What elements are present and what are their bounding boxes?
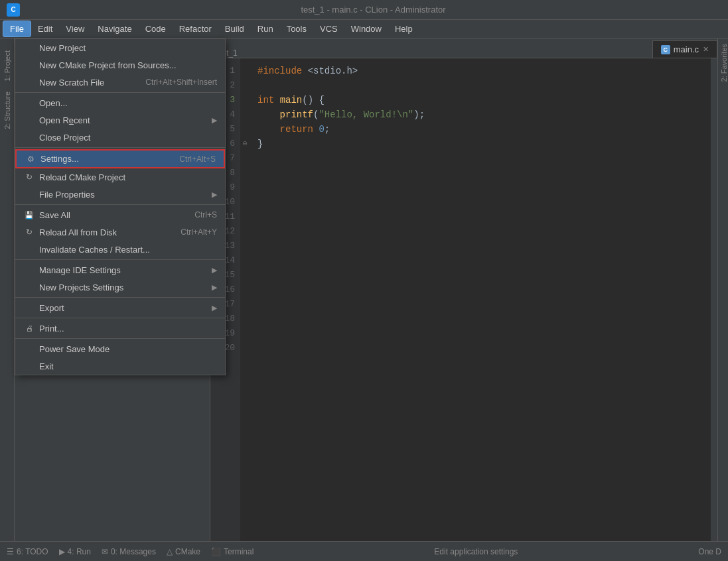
status-terminal[interactable]: ⬛ Terminal	[211, 547, 254, 556]
code-content[interactable]: #include <stdio.h> int main() { printf("…	[250, 58, 711, 541]
reload-all-shortcut: Ctrl+Alt+Y	[181, 227, 217, 237]
status-one-drive: One D	[698, 547, 721, 556]
messages-icon: ✉	[102, 547, 108, 556]
menu-item-exit[interactable]: Exit	[15, 357, 225, 375]
menu-window[interactable]: Window	[344, 21, 388, 36]
menu-item-close-project[interactable]: Close Project	[15, 129, 225, 146]
menu-navigate[interactable]: Navigate	[91, 21, 138, 36]
run-icon: ▶	[59, 547, 65, 556]
sidebar-tab-favorites[interactable]: 2: Favorites	[718, 38, 728, 87]
terminal-label: Terminal	[224, 547, 254, 556]
new-scratch-label: New Scratch File	[39, 78, 139, 88]
sidebar-tab-project[interactable]: 1: Project	[1, 45, 13, 86]
messages-label: 0: Messages	[111, 547, 156, 556]
editor-area: test_1 C main.c ✕ 1 2 ▶3 4 5 6 7 8	[210, 38, 717, 541]
status-run[interactable]: ▶ 4: Run	[59, 547, 91, 556]
status-todo[interactable]: ☰ 6: TODO	[7, 547, 48, 556]
settings-label: Settings...	[40, 154, 173, 164]
menu-build[interactable]: Build	[218, 21, 251, 36]
manage-ide-arrow: ▶	[212, 266, 217, 275]
separator-7	[15, 338, 225, 339]
menu-item-manage-ide[interactable]: Manage IDE Settings ▶	[15, 261, 225, 279]
menu-item-new-scratch[interactable]: New Scratch File Ctrl+Alt+Shift+Insert	[15, 74, 225, 91]
menu-item-export[interactable]: Export ▶	[15, 299, 225, 316]
separator-3	[15, 204, 225, 205]
todo-icon: ☰	[7, 547, 14, 556]
open-label: Open...	[39, 98, 217, 108]
open-recent-label: Open Recent	[39, 115, 208, 125]
menu-edit[interactable]: Edit	[31, 21, 59, 36]
menu-item-invalidate[interactable]: Invalidate Caches / Restart...	[15, 241, 225, 258]
menu-refactor[interactable]: Refactor	[173, 21, 218, 36]
separator-4	[15, 259, 225, 260]
menu-code[interactable]: Code	[139, 21, 173, 36]
menu-bar: File Edit View Navigate Code Refactor Bu…	[0, 20, 728, 38]
menu-item-save-all[interactable]: 💾 Save All Ctrl+S	[15, 206, 225, 223]
app-logo: C	[7, 3, 20, 17]
reload-all-icon: ↻	[23, 227, 35, 237]
cmake-label: CMake	[175, 547, 200, 556]
cmake-icon: △	[167, 547, 173, 556]
separator-5	[15, 297, 225, 298]
separator-6	[15, 318, 225, 318]
menu-item-settings[interactable]: ⚙ Settings... Ctrl+Alt+S	[15, 149, 225, 168]
tab-close-button[interactable]: ✕	[703, 45, 709, 54]
status-cmake[interactable]: △ CMake	[167, 547, 200, 556]
export-label: Export	[39, 303, 208, 313]
reload-cmake-label: Reload CMake Project	[39, 172, 217, 182]
window-title: test_1 - main.c - CLion - Administrator	[25, 5, 721, 15]
separator-2	[15, 147, 225, 148]
menu-file[interactable]: File	[3, 21, 31, 37]
editor-tabs: test_1 C main.c ✕	[210, 38, 717, 58]
todo-label: 6: TODO	[17, 547, 48, 556]
open-recent-arrow: ▶	[212, 116, 217, 125]
new-project-label: New Project	[39, 43, 217, 53]
menu-vcs[interactable]: VCS	[313, 21, 344, 36]
tab-filename: main.c	[674, 44, 699, 54]
editor-scrollbar[interactable]	[711, 58, 717, 541]
menu-item-power-save[interactable]: Power Save Mode	[15, 340, 225, 357]
save-all-icon: 💾	[23, 211, 35, 219]
save-all-label: Save All	[39, 210, 188, 220]
reload-all-label: Reload All from Disk	[39, 227, 174, 237]
left-sidebar: 1: Project 2: Structure	[0, 38, 15, 541]
settings-shortcut: Ctrl+Alt+S	[179, 155, 216, 164]
menu-item-new-projects-settings[interactable]: New Projects Settings ▶	[15, 279, 225, 296]
menu-item-new-cmake[interactable]: New CMake Project from Sources...	[15, 56, 225, 74]
separator-1	[15, 92, 225, 93]
fold-gutter: ⊖	[240, 58, 250, 541]
file-properties-label: File Properties	[39, 190, 208, 200]
menu-help[interactable]: Help	[388, 21, 419, 36]
project-panel: test_1 New Project New CMake Project fro…	[15, 38, 210, 541]
menu-item-new-project[interactable]: New Project	[15, 39, 225, 56]
menu-item-print[interactable]: 🖨 Print...	[15, 320, 225, 337]
reload-cmake-icon: ↻	[23, 172, 35, 182]
run-label: 4: Run	[68, 547, 91, 556]
save-all-shortcut: Ctrl+S	[194, 210, 217, 219]
invalidate-label: Invalidate Caches / Restart...	[39, 245, 217, 255]
menu-item-file-properties[interactable]: File Properties ▶	[15, 186, 225, 203]
sidebar-tab-structure[interactable]: 2: Structure	[1, 86, 13, 135]
menu-run[interactable]: Run	[251, 21, 280, 36]
status-right-text: Edit application settings	[434, 547, 518, 556]
file-dropdown-menu: New Project New CMake Project from Sourc…	[15, 38, 226, 375]
code-editor[interactable]: 1 2 ▶3 4 5 6 7 8 9 10 11 12 13 14 15 16 …	[210, 58, 717, 541]
export-arrow: ▶	[212, 304, 217, 312]
menu-item-open-recent[interactable]: Open Recent ▶	[15, 111, 225, 129]
menu-item-reload-cmake[interactable]: ↻ Reload CMake Project	[15, 168, 225, 186]
manage-ide-label: Manage IDE Settings	[39, 265, 208, 275]
settings-icon: ⚙	[25, 155, 36, 164]
menu-item-reload-all[interactable]: ↻ Reload All from Disk Ctrl+Alt+Y	[15, 223, 225, 241]
title-bar: C test_1 - main.c - CLion - Administrato…	[0, 0, 728, 20]
close-project-label: Close Project	[39, 133, 217, 143]
terminal-icon: ⬛	[211, 547, 221, 556]
menu-tools[interactable]: Tools	[280, 21, 313, 36]
menu-view[interactable]: View	[59, 21, 91, 36]
print-label: Print...	[39, 324, 217, 334]
right-sidebar: 2: Favorites	[717, 38, 728, 541]
new-projects-label: New Projects Settings	[39, 282, 208, 292]
status-messages[interactable]: ✉ 0: Messages	[102, 547, 156, 556]
editor-tab-main-c[interactable]: C main.c ✕	[652, 40, 717, 58]
power-save-label: Power Save Mode	[39, 344, 217, 354]
menu-item-open[interactable]: Open...	[15, 94, 225, 111]
